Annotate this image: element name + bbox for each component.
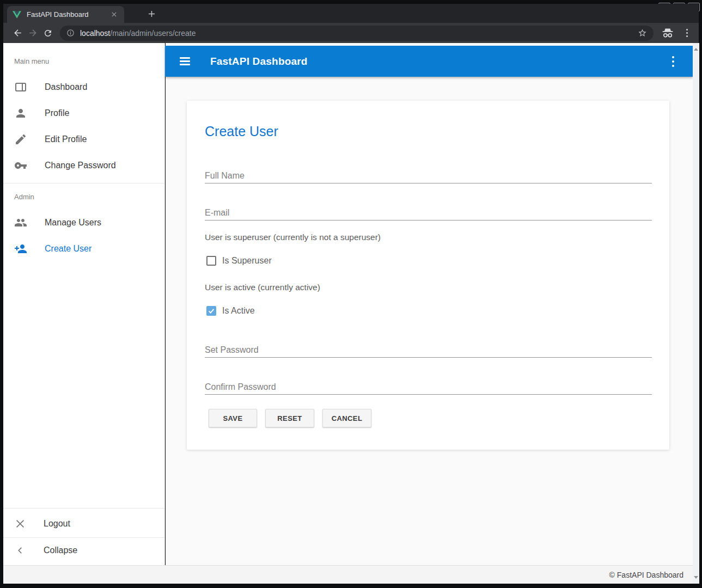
email-field xyxy=(205,205,652,220)
is-superuser-checkbox-row[interactable]: Is Superuser xyxy=(206,256,272,266)
dashboard-icon xyxy=(14,81,27,94)
save-button[interactable]: SAVE xyxy=(209,409,257,427)
back-button[interactable] xyxy=(10,26,25,41)
confirm-password-field xyxy=(205,379,652,395)
is-superuser-checkbox[interactable] xyxy=(206,256,216,266)
sidebar: Main menu Dashboard Profile Edit Profile… xyxy=(3,43,165,565)
person-icon xyxy=(14,107,27,120)
sidebar-item-dashboard[interactable]: Dashboard xyxy=(3,74,164,100)
scroll-down-button[interactable] xyxy=(694,576,698,579)
tab-title: FastAPI Dashboard xyxy=(27,10,109,19)
is-active-checkbox-row[interactable]: Is Active xyxy=(206,306,255,316)
forward-button[interactable] xyxy=(25,26,40,41)
info-icon xyxy=(66,29,75,37)
close-icon xyxy=(112,12,117,17)
vue-logo-icon xyxy=(13,11,21,19)
create-user-card: Create User User is superuser (currently… xyxy=(187,101,669,450)
sidebar-item-change-password[interactable]: Change Password xyxy=(3,152,164,179)
form-buttons: SAVE RESET CANCEL xyxy=(209,409,371,427)
pencil-icon xyxy=(14,133,27,146)
key-icon xyxy=(14,159,27,172)
browser-toolbar: localhost/main/admin/users/create xyxy=(3,23,699,43)
sidebar-item-collapse[interactable]: Collapse xyxy=(3,537,164,564)
confirm-password-input[interactable] xyxy=(205,379,652,395)
url-bar[interactable]: localhost/main/admin/users/create xyxy=(60,26,654,41)
page-footer: © FastAPI Dashboard xyxy=(3,565,699,584)
browser-tab-bar: FastAPI Dashboard xyxy=(3,4,699,23)
scroll-up-button[interactable] xyxy=(694,48,698,51)
is-active-label: Is Active xyxy=(222,306,255,316)
appbar-title: FastAPI Dashboard xyxy=(210,56,308,68)
full-name-input[interactable] xyxy=(205,168,652,183)
cancel-button[interactable]: CANCEL xyxy=(322,409,371,427)
person-add-icon xyxy=(14,242,27,255)
appbar-overflow-menu-button[interactable] xyxy=(672,56,674,67)
password-field xyxy=(205,342,652,358)
sidebar-divider xyxy=(3,183,164,183)
forward-arrow-icon xyxy=(28,28,38,38)
url-text: localhost/main/admin/users/create xyxy=(80,29,196,38)
back-arrow-icon xyxy=(13,28,23,38)
active-hint: User is active (currently active) xyxy=(205,283,320,292)
chevron-left-icon xyxy=(14,544,26,556)
checkmark-icon xyxy=(207,307,215,315)
url-host: localhost xyxy=(80,29,110,38)
full-name-field xyxy=(205,168,652,183)
reload-button[interactable] xyxy=(40,26,56,41)
email-input[interactable] xyxy=(205,205,652,220)
sidebar-divider xyxy=(3,508,164,509)
main-content: FastAPI Dashboard Create User User is su… xyxy=(166,43,699,565)
bookmark-star-button[interactable] xyxy=(638,28,647,38)
sidebar-section-main-menu: Main menu xyxy=(14,57,49,65)
plus-icon xyxy=(148,10,155,17)
incognito-icon xyxy=(661,28,674,39)
page-scrollbar[interactable] xyxy=(693,43,699,584)
browser-window: FastAPI Dashboard localhost/main/admin/u… xyxy=(0,0,702,588)
password-input[interactable] xyxy=(205,342,652,358)
reset-button[interactable]: RESET xyxy=(265,409,314,427)
sidebar-item-manage-users[interactable]: Manage Users xyxy=(3,210,164,236)
is-active-checkbox[interactable] xyxy=(206,306,216,316)
browser-tab[interactable]: FastAPI Dashboard xyxy=(7,6,124,23)
page-title: Create User xyxy=(205,124,278,139)
url-path: /main/admin/users/create xyxy=(110,29,196,38)
is-superuser-label: Is Superuser xyxy=(222,256,272,266)
sidebar-section-admin: Admin xyxy=(14,193,34,201)
app-bar: FastAPI Dashboard xyxy=(165,46,693,77)
hamburger-menu-button[interactable] xyxy=(180,57,190,65)
people-icon xyxy=(14,216,27,229)
tab-close-button[interactable] xyxy=(109,10,119,20)
reload-icon xyxy=(43,28,53,38)
superuser-hint: User is superuser (currently is not a su… xyxy=(205,232,381,242)
browser-menu-button[interactable] xyxy=(686,29,688,37)
sidebar-item-logout[interactable]: Logout xyxy=(3,511,164,537)
new-tab-button[interactable] xyxy=(144,7,158,20)
copyright-text: © FastAPI Dashboard xyxy=(609,571,683,579)
sidebar-item-profile[interactable]: Profile xyxy=(3,100,164,126)
sidebar-item-edit-profile[interactable]: Edit Profile xyxy=(3,126,164,152)
star-icon xyxy=(638,28,647,38)
sidebar-item-create-user[interactable]: Create User xyxy=(3,236,164,262)
toolbar-right xyxy=(661,28,688,39)
x-cross-icon xyxy=(14,518,26,530)
